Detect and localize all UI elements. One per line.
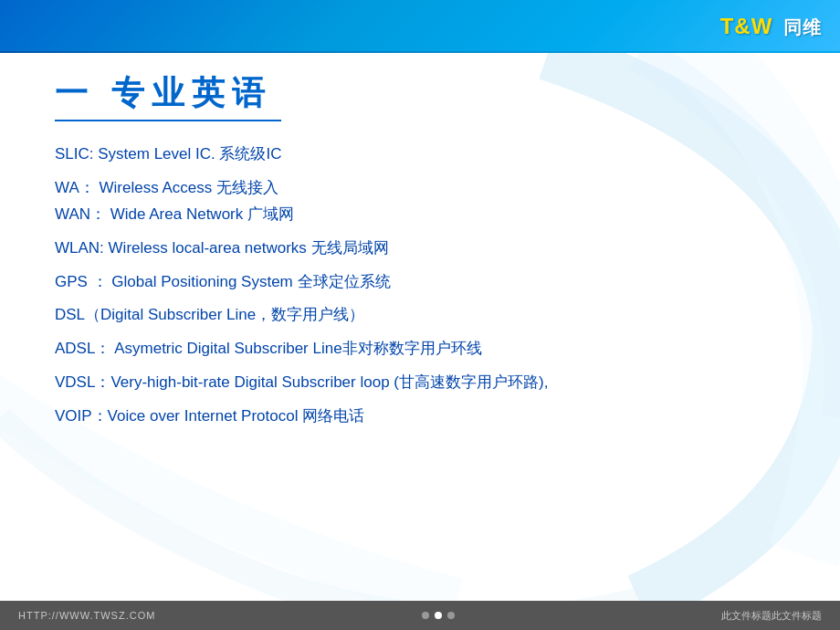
dot-3 bbox=[447, 612, 455, 619]
footer-url: HTTP://WWW.TWSZ.COM bbox=[18, 610, 155, 621]
term-wa-wan: WA： Wireless Access 无线接入 WAN： Wide Area … bbox=[55, 175, 794, 228]
term-wlan: WLAN: Wireless local-area networks 无线局域网 bbox=[55, 236, 794, 262]
main-content: 一 专业英语 SLIC: System Level IC. 系统级IC WA： … bbox=[0, 53, 840, 601]
header: T&W 同维 bbox=[0, 0, 840, 53]
footer: HTTP://WWW.TWSZ.COM 此文件标题此文件标题 bbox=[0, 601, 840, 630]
term-gps: GPS ： Global Positioning System 全球定位系统 bbox=[55, 269, 794, 296]
logo-tw: T&W bbox=[720, 14, 773, 38]
term-voip: VOIP：Voice over Internet Protocol 网络电话 bbox=[55, 404, 794, 430]
terms-list: SLIC: System Level IC. 系统级IC WA： Wireles… bbox=[55, 142, 794, 430]
dot-1 bbox=[422, 612, 429, 619]
term-adsl: ADSL： Asymetric Digital Subscriber Line非… bbox=[55, 336, 794, 362]
slide-title: 一 专业英语 bbox=[55, 71, 281, 121]
dot-2 bbox=[435, 612, 442, 619]
footer-dots bbox=[422, 612, 455, 619]
term-slic: SLIC: System Level IC. 系统级IC bbox=[55, 142, 794, 168]
content-inner: 一 专业英语 SLIC: System Level IC. 系统级IC WA： … bbox=[55, 71, 794, 430]
term-vdsl: VDSL：Very-high-bit-rate Digital Subscrib… bbox=[55, 370, 794, 396]
footer-subtitle: 此文件标题此文件标题 bbox=[721, 609, 822, 623]
logo: T&W 同维 bbox=[720, 14, 822, 40]
logo-cn: 同维 bbox=[783, 17, 822, 37]
term-dsl: DSL（Digital Subscriber Line，数字用户线） bbox=[55, 302, 794, 329]
